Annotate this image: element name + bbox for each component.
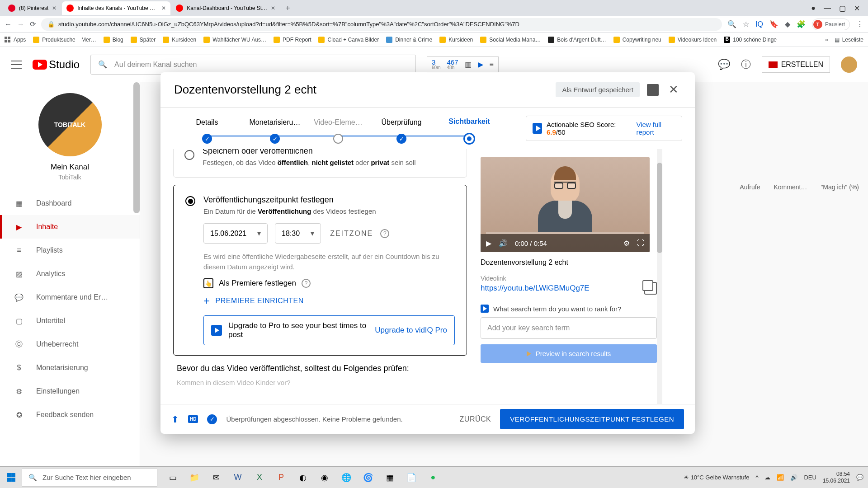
feedback-icon[interactable] [647, 84, 659, 96]
bookmark-item[interactable]: Blog [104, 37, 123, 43]
start-button[interactable] [0, 467, 22, 488]
channel-search-input[interactable]: 🔍 Auf deinem Kanal suchen [90, 55, 416, 75]
step-video-elements[interactable]: Video-Eleme… [309, 118, 368, 144]
create-button[interactable]: ERSTELLEN [762, 56, 830, 73]
bookmark-item[interactable]: Copywriting neu [613, 37, 661, 43]
help-icon[interactable]: ? [380, 229, 389, 238]
volume-icon[interactable]: 🔊 [499, 239, 508, 248]
sidebar-item-comments[interactable]: 💬Kommentare und Er… [0, 286, 140, 309]
close-window-icon[interactable]: ✕ [854, 4, 860, 13]
menu-icon[interactable]: ⋮ [856, 20, 863, 28]
bookmark-item[interactable]: Kursideen [439, 37, 473, 43]
apps-button[interactable]: Apps [5, 37, 26, 43]
channel-avatar[interactable]: TOBITALK [38, 93, 102, 156]
volume-icon[interactable]: 🔊 [790, 474, 797, 481]
premiere-toggle[interactable]: 👆 Als Premiere festlegen ? [203, 278, 455, 288]
reload-icon[interactable]: ⟳ [30, 20, 36, 28]
checkbox-icon[interactable]: 👆 [203, 278, 213, 288]
taskbar-search[interactable]: 🔍 Zur Suche Text hier eingeben [22, 469, 157, 487]
step-monetization[interactable]: Monetarisieru…✓ [241, 118, 309, 144]
minimize-icon[interactable]: — [824, 4, 831, 13]
other-bookmarks-icon[interactable]: » [825, 37, 828, 43]
tray-chevron-icon[interactable]: ^ [755, 474, 758, 481]
bookmark-item[interactable]: Kursideen [163, 37, 196, 43]
chrome-icon[interactable]: 🌐 [336, 469, 356, 487]
bookmark-item[interactable]: PDF Report [274, 37, 311, 43]
video-link[interactable]: https://youtu.be/LWiGBMuQg7E [481, 284, 590, 293]
language-indicator[interactable]: DEU [804, 474, 816, 481]
help-icon[interactable]: ⓘ [741, 58, 751, 71]
sidebar-item-settings[interactable]: ⚙Einstellungen [0, 380, 140, 403]
copy-icon[interactable] [644, 282, 657, 295]
close-icon[interactable]: ✕ [161, 5, 166, 11]
time-select[interactable]: 18:30▾ [275, 223, 321, 244]
seo-score-box[interactable]: Actionable SEO Score: 6.9/50 View full r… [526, 116, 682, 141]
notepad-icon[interactable]: 📄 [401, 469, 421, 487]
extension-icon[interactable]: IQ [755, 20, 763, 28]
step-visibility[interactable]: Sichtbarkeit [435, 117, 503, 145]
back-button[interactable]: ZURÜCK [460, 415, 491, 423]
step-details[interactable]: Details✓ [173, 118, 241, 144]
keyword-input[interactable]: Add your key search term [481, 317, 657, 339]
play-icon[interactable]: ▶ [486, 239, 491, 248]
account-icon[interactable]: ● [811, 4, 816, 13]
extensions-icon[interactable]: 🧩 [797, 20, 806, 28]
reading-list[interactable]: ▤Leseliste [835, 37, 863, 43]
upgrade-link[interactable]: Upgrade to vidIQ Pro [375, 326, 447, 335]
maximize-icon[interactable]: ▢ [839, 4, 846, 13]
close-modal-button[interactable]: ✕ [666, 83, 681, 97]
star-icon[interactable]: ☆ [743, 20, 749, 28]
sidebar-item-subtitles[interactable]: ▢Untertitel [0, 309, 140, 333]
sidebar-item-playlists[interactable]: ≡Playlists [0, 239, 140, 262]
new-tab-button[interactable]: + [281, 4, 295, 13]
clock[interactable]: 08:5415.06.2021 [823, 471, 850, 484]
radio-unselected-icon[interactable] [184, 150, 194, 160]
bookmark-item[interactable]: Wahlfächer WU Aus… [203, 37, 266, 43]
bookmark-item[interactable]: B100 schöne Dinge [724, 37, 777, 43]
sidebar-item-copyright[interactable]: ⓒUrheberrecht [0, 333, 140, 356]
settings-icon[interactable]: ⚙ [623, 239, 630, 248]
bookmark-item[interactable]: Social Media Mana… [480, 37, 541, 43]
obs-icon[interactable]: ◉ [315, 469, 335, 487]
sidebar-item-dashboard[interactable]: ▦Dashboard [0, 192, 140, 215]
chat-icon[interactable]: 💬 [718, 59, 730, 70]
menu-icon[interactable] [11, 59, 22, 70]
schedule-button[interactable]: VERÖFFENTLICHUNGSZEITPUNKT FESTLEGEN [500, 409, 684, 429]
search-icon[interactable]: 🔍 [727, 20, 736, 28]
app-icon[interactable]: ▦ [380, 469, 400, 487]
bookmark-item[interactable]: Später [131, 37, 156, 43]
studio-logo[interactable]: Studio [33, 58, 80, 71]
premiere-setup-button[interactable]: + PREMIERE EINRICHTEN [203, 295, 455, 307]
app-icon[interactable]: ◐ [293, 469, 313, 487]
sidebar-item-content[interactable]: ▶Inhalte [0, 215, 140, 239]
taskview-icon[interactable]: ▭ [163, 469, 183, 487]
user-avatar[interactable] [841, 56, 857, 73]
weather-widget[interactable]: ☀ 10°C Gelbe Warnstufe [684, 474, 749, 481]
bookmark-item[interactable]: Cload + Canva Bilder [318, 37, 379, 43]
sidebar-item-monetization[interactable]: $Monetarisierung [0, 356, 140, 380]
close-icon[interactable]: ✕ [271, 5, 275, 11]
profile-paused[interactable]: T Pausiert [812, 19, 850, 30]
wifi-icon[interactable]: 📶 [777, 474, 784, 481]
sidebar-item-analytics[interactable]: ▨Analytics [0, 262, 140, 286]
word-icon[interactable]: W [228, 469, 248, 487]
date-select[interactable]: 15.06.2021▾ [203, 223, 268, 244]
modal-scrollbar[interactable] [657, 149, 662, 404]
bookmark-item[interactable]: Videokurs Ideen [669, 37, 717, 43]
browser-tab[interactable]: (8) Pinterest ✕ [4, 1, 61, 15]
help-icon[interactable]: ? [302, 279, 311, 288]
browser-tab[interactable]: Kanal-Dashboard - YouTube Stu… ✕ [171, 1, 280, 15]
sidebar-item-feedback[interactable]: ✪Feedback senden [0, 403, 140, 427]
timezone-label[interactable]: ZEITZONE [330, 230, 373, 238]
extension-icon[interactable]: 🔖 [769, 20, 778, 28]
vidiq-upgrade-box[interactable]: Upgrade to Pro to see your best times to… [203, 315, 455, 345]
forward-icon[interactable]: → [17, 20, 24, 28]
video-player[interactable]: ▶ 🔊 0:00 / 0:54 ⚙ ⛶ [481, 157, 650, 252]
seo-report-link[interactable]: View full report [636, 121, 675, 136]
powerpoint-icon[interactable]: P [271, 469, 291, 487]
bookmark-item[interactable]: Bois d'Argent Duft… [548, 37, 606, 43]
close-icon[interactable]: ✕ [52, 5, 57, 11]
step-checks[interactable]: Überprüfung✓ [368, 118, 435, 144]
bookmark-item[interactable]: Dinner & Crime [386, 37, 432, 43]
edge-icon[interactable]: 🌀 [358, 469, 378, 487]
